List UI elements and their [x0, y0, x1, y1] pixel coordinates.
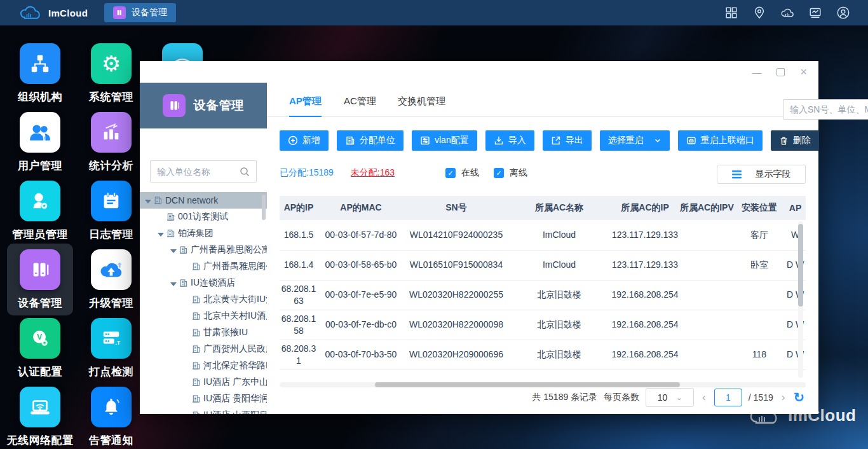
tree-item[interactable]: 广西贺州人民政府 [140, 341, 267, 357]
tree-item[interactable]: 001访客测试 [140, 209, 267, 225]
tree-item[interactable]: 广州番禺雅思阁公寓 [140, 242, 267, 258]
toolbar-button[interactable]: 重启上联端口 [678, 130, 763, 151]
table-column-header[interactable]: SN号 [404, 196, 508, 220]
user-icon[interactable] [836, 6, 850, 20]
building-icon [192, 328, 200, 337]
toolbar-button[interactable]: 导入 [485, 130, 534, 151]
toolbar-button[interactable]: 新增 [280, 130, 329, 151]
vertical-scrollbar-thumb[interactable] [798, 224, 803, 307]
search-icon[interactable] [240, 167, 250, 177]
prev-page-button[interactable]: ‹ [700, 391, 708, 404]
gear-icon: ⚙ [91, 43, 132, 84]
app-tile[interactable]: 用户管理 [0, 112, 81, 173]
tab-ac-management[interactable]: AC管理 [344, 86, 376, 117]
tree-item[interactable]: IU连锁酒店 [140, 275, 267, 291]
table-column-header[interactable]: 安装位置 [734, 196, 785, 220]
tree-item[interactable]: 甘肃张掖IU [140, 324, 267, 341]
page-number-input[interactable] [714, 389, 742, 406]
table-row[interactable]: 68.208.15800-03-0f-7e-db-c0WL020320H8220… [280, 310, 806, 340]
app-label: 设备管理 [0, 296, 81, 310]
app-tile[interactable]: 无线网络配置 [0, 387, 81, 448]
table-cell: 68.208.31 [280, 340, 318, 370]
toolbar-button[interactable]: 选择重启 [600, 130, 670, 151]
table-cell: 00-03-0f-57-7d-80 [318, 220, 404, 250]
monitor-icon[interactable] [808, 6, 822, 20]
display-fields-label: 显示字段 [756, 169, 791, 180]
table-row[interactable]: 68.208.200-03-0f-70-b3-9192.168.208.2 [280, 370, 806, 380]
offline-label: 离线 [510, 167, 527, 179]
offline-checkbox[interactable]: ✓ [494, 168, 504, 178]
cloud-icon[interactable] [780, 6, 794, 20]
assigned-count: 已分配:15189 [280, 167, 334, 179]
maximize-icon[interactable] [776, 68, 785, 76]
table-cell [734, 310, 785, 340]
tree-item[interactable]: 北京中关村IU酒店 [140, 308, 267, 324]
table-cell [508, 370, 610, 380]
online-checkbox[interactable]: ✓ [445, 168, 456, 178]
tree-item[interactable]: 河北保定裕华路IU [140, 357, 267, 374]
toolbar-button-label: 重启上联端口 [701, 135, 754, 146]
apps-grid-icon[interactable] [724, 6, 738, 20]
minimize-icon[interactable]: — [752, 67, 761, 77]
table-cell: 00-03-0f-70-b3-9 [318, 370, 404, 380]
tree-item[interactable]: DCN network [140, 192, 267, 209]
tree-item[interactable]: IU酒店 广东中山 [140, 374, 267, 390]
caret-down-icon[interactable] [145, 200, 151, 204]
toolbar-button[interactable]: 导出 [543, 130, 592, 151]
tab-switch-management[interactable]: 交换机管理 [398, 86, 445, 117]
table-cell: 192.168.208.254 [610, 340, 680, 370]
toolbar-button[interactable]: vlan配置 [412, 130, 477, 151]
toolbar-button[interactable]: 删除 [771, 130, 819, 151]
display-fields-button[interactable]: 显示字段 [717, 165, 806, 184]
tree-item[interactable]: 广州番禺雅思阁公 [140, 258, 267, 275]
toolbar-button-label: 导出 [566, 135, 583, 146]
toolbar-button[interactable]: 分配单位 [337, 130, 403, 151]
tree-item[interactable]: 铂涛集团 [140, 225, 267, 242]
close-icon[interactable]: × [800, 66, 807, 78]
vertical-scrollbar[interactable] [798, 221, 803, 378]
table-column-header[interactable]: 所属AC名称 [508, 196, 610, 220]
app-tile[interactable]: 设备管理 [0, 249, 81, 310]
caret-down-icon[interactable] [170, 249, 177, 253]
caret-down-icon[interactable] [158, 233, 164, 237]
unit-search-input[interactable] [157, 167, 233, 177]
tree-item[interactable]: 北京黄寺大街IU酒 [140, 291, 267, 308]
unassigned-count-link[interactable]: 未分配:163 [351, 167, 395, 179]
refresh-icon[interactable]: ↻ [793, 390, 804, 405]
app-tile[interactable]: 组织机构 [0, 43, 81, 104]
table-column-header[interactable]: 所属AC的IP [610, 196, 680, 220]
table-cell [734, 280, 785, 310]
building-icon [192, 394, 200, 403]
tree-scrollbar-thumb[interactable] [262, 195, 266, 220]
table-column-header[interactable]: AP的IP [280, 196, 318, 220]
next-page-button[interactable]: › [780, 391, 787, 404]
tab-ap-management[interactable]: AP管理 [289, 86, 322, 117]
sn-search-input[interactable] [790, 104, 868, 114]
tree-item-label: 北京中关村IU酒店 [203, 310, 267, 322]
tree-item[interactable]: IU酒店 贵阳华润 [140, 390, 267, 407]
page-size-value: 10 [658, 392, 668, 403]
caret-down-icon[interactable] [170, 282, 177, 286]
page-size-select[interactable]: 10 ⌄ [646, 388, 694, 407]
table-row[interactable]: 68.208.16300-03-0f-7e-e5-90WL020320H8220… [280, 280, 806, 310]
table-cell: ImCloud [508, 220, 610, 250]
tree-item-label: IU酒店 山西阳泉 [203, 410, 267, 414]
table-column-header[interactable]: 所属AC的IPV6 [680, 196, 734, 220]
building-icon [192, 312, 200, 321]
app-tile[interactable]: V认证配置 [0, 318, 81, 379]
location-icon[interactable] [752, 6, 766, 20]
table-row[interactable]: 168.1.500-03-0f-57-7d-80WL014210F9240002… [280, 220, 806, 250]
table-row[interactable]: 168.1.400-03-0f-58-65-b0WL016510F9150008… [280, 250, 806, 280]
app-tile[interactable]: 管理员管理 [0, 181, 81, 242]
building-icon [192, 345, 200, 354]
topbar: ImCloud 设备管理 [0, 0, 868, 25]
chevron-down-icon [654, 137, 661, 144]
tree-item[interactable]: IU酒店 山西阳泉 [140, 407, 267, 414]
table-column-header[interactable]: AP的MAC [318, 196, 404, 220]
table-row[interactable]: 68.208.3100-03-0f-70-b3-50WL020320H20900… [280, 340, 806, 370]
table-cell: 00-03-0f-58-65-b0 [318, 250, 404, 280]
log-icon [91, 181, 132, 221]
table-column-header[interactable]: AP [785, 196, 806, 220]
window-titlebar: — × [140, 61, 818, 83]
topbar-active-app-tab[interactable]: 设备管理 [104, 3, 176, 22]
